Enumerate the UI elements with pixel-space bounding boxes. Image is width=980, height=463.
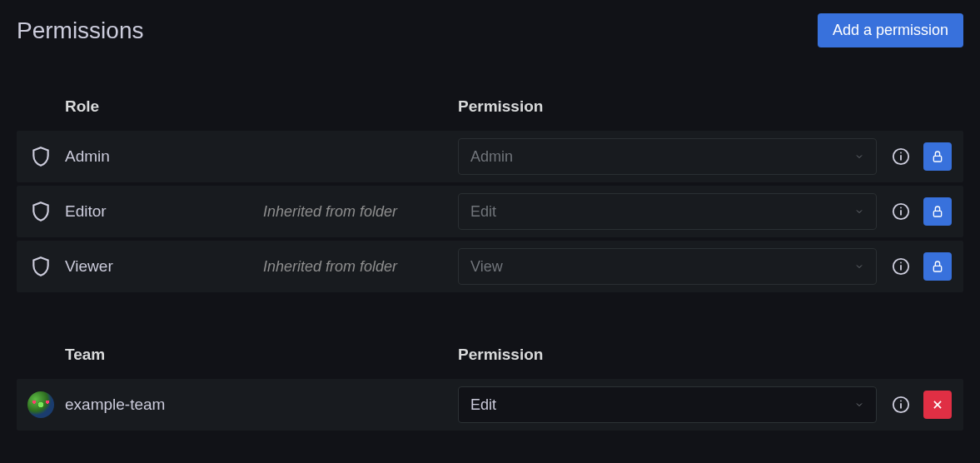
role-name: Viewer bbox=[65, 257, 263, 276]
permission-value: Edit bbox=[470, 203, 496, 221]
svg-rect-11 bbox=[933, 266, 941, 271]
lock-button bbox=[923, 197, 952, 226]
svg-point-14 bbox=[900, 401, 902, 402]
role-section-header: Role Permission bbox=[17, 97, 963, 131]
svg-point-10 bbox=[900, 262, 902, 264]
lock-icon bbox=[931, 150, 944, 163]
info-icon[interactable] bbox=[892, 202, 910, 221]
team-name: example-team bbox=[65, 396, 263, 414]
team-heading: Team bbox=[65, 346, 263, 364]
info-icon[interactable] bbox=[892, 396, 910, 414]
permission-heading: Permission bbox=[458, 346, 963, 364]
permission-value: Admin bbox=[470, 148, 513, 166]
chevron-down-icon bbox=[854, 261, 864, 271]
svg-point-6 bbox=[900, 207, 902, 209]
team-row: example-team Edit bbox=[17, 379, 963, 431]
page-title: Permissions bbox=[17, 17, 143, 44]
permission-heading: Permission bbox=[458, 97, 963, 116]
team-avatar bbox=[27, 391, 54, 418]
role-name: Admin bbox=[65, 147, 263, 166]
role-heading: Role bbox=[65, 97, 263, 116]
shield-icon bbox=[30, 146, 52, 167]
svg-rect-3 bbox=[933, 156, 941, 162]
lock-button bbox=[923, 142, 952, 171]
role-row: Admin Admin bbox=[17, 131, 963, 182]
role-row: Viewer Inherited from folder View bbox=[17, 241, 963, 292]
permission-select: View bbox=[458, 248, 877, 285]
svg-rect-7 bbox=[933, 211, 941, 217]
chevron-down-icon bbox=[854, 400, 864, 410]
close-icon bbox=[932, 399, 943, 411]
permission-value: View bbox=[470, 258, 503, 276]
team-section-header: Team Permission bbox=[17, 346, 963, 379]
shield-icon bbox=[30, 256, 52, 277]
svg-point-2 bbox=[900, 152, 902, 154]
shield-icon bbox=[30, 201, 52, 222]
lock-button bbox=[923, 252, 952, 281]
permission-select: Edit bbox=[458, 193, 877, 230]
page-header: Permissions Add a permission bbox=[17, 13, 963, 47]
permission-value: Edit bbox=[470, 396, 496, 414]
role-row: Editor Inherited from folder Edit bbox=[17, 186, 963, 237]
lock-icon bbox=[931, 260, 944, 273]
remove-permission-button[interactable] bbox=[923, 391, 952, 419]
add-permission-button[interactable]: Add a permission bbox=[818, 13, 963, 47]
info-icon[interactable] bbox=[892, 257, 910, 276]
permission-select: Admin bbox=[458, 138, 877, 175]
lock-icon bbox=[931, 205, 944, 218]
role-inherit-note: Inherited from folder bbox=[263, 258, 458, 276]
info-icon[interactable] bbox=[892, 147, 910, 166]
chevron-down-icon bbox=[854, 207, 864, 217]
role-name: Editor bbox=[65, 202, 263, 221]
chevron-down-icon bbox=[854, 152, 864, 162]
role-inherit-note: Inherited from folder bbox=[263, 203, 458, 221]
permission-select[interactable]: Edit bbox=[458, 386, 877, 423]
